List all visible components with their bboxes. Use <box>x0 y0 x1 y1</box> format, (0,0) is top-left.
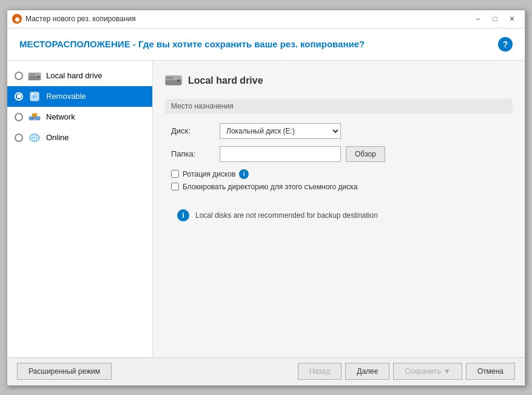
rotation-info-icon[interactable]: i <box>239 169 249 179</box>
save-button[interactable]: Сохранить ▼ <box>393 363 462 380</box>
sidebar-label-network: Network <box>46 112 75 121</box>
svg-rect-8 <box>32 113 37 116</box>
folder-row: Папка: Обзор <box>165 146 513 162</box>
block-dir-row: Блокировать директорию для этого съемног… <box>171 183 507 191</box>
folder-control: Обзор <box>220 146 507 162</box>
sidebar-label-removable: Removable <box>46 92 86 101</box>
radio-network <box>15 113 23 121</box>
svg-point-17 <box>177 79 180 82</box>
minimize-button[interactable]: – <box>470 13 486 25</box>
footer-right: Назад Далее Сохранить ▼ Отмена <box>298 363 515 380</box>
sidebar-item-network[interactable]: Network <box>7 107 152 127</box>
info-icon: i <box>177 209 189 221</box>
hdd-icon <box>28 70 41 81</box>
info-text: Local disks are not recommended for back… <box>195 211 378 220</box>
maximize-button[interactable]: □ <box>487 13 503 25</box>
rotation-label[interactable]: Ротация дисков <box>183 170 235 178</box>
sidebar-item-local[interactable]: Local hard drive <box>7 66 152 86</box>
folder-input[interactable] <box>220 146 341 162</box>
disk-dropdown[interactable]: Локальный диск (E:) <box>220 123 341 139</box>
info-message: i Local disks are not recommended for ba… <box>171 203 507 228</box>
sidebar-label-online: Online <box>46 133 69 142</box>
window-controls: – □ ✕ <box>470 13 520 25</box>
svg-rect-3 <box>30 74 35 75</box>
back-button[interactable]: Назад <box>298 363 342 380</box>
app-icon: ◉ <box>12 14 22 24</box>
sidebar-item-removable[interactable]: Removable <box>7 86 152 107</box>
cancel-button[interactable]: Отмена <box>466 363 515 380</box>
save-dropdown-arrow: ▼ <box>443 367 451 376</box>
browse-button[interactable]: Обзор <box>346 146 385 162</box>
rotation-row: Ротация дисков i <box>171 169 507 179</box>
svg-rect-7 <box>35 116 40 120</box>
next-button[interactable]: Далее <box>345 363 389 380</box>
section-destination: Место назначения <box>165 99 513 113</box>
block-dir-checkbox[interactable] <box>171 183 179 191</box>
content-area: Local hard drive Removable <box>7 61 525 357</box>
removable-icon <box>28 91 41 102</box>
network-icon <box>28 112 41 123</box>
main-window: ◉ Мастер нового рез. копирования – □ ✕ М… <box>7 10 525 386</box>
radio-local <box>15 72 23 80</box>
disk-row: Диск: Локальный диск (E:) <box>165 123 513 139</box>
sidebar-label-local: Local hard drive <box>46 71 103 80</box>
panel-title: Local hard drive <box>188 75 263 86</box>
window-title: Мастер нового рез. копирования <box>25 15 470 23</box>
dialog-header: МЕСТОРАСПОЛОЖЕНИЕ - Где вы хотите сохран… <box>7 29 525 61</box>
svg-point-2 <box>38 76 39 78</box>
main-panel: Local hard drive Место назначения Диск: … <box>153 61 525 357</box>
sidebar: Local hard drive Removable <box>7 61 153 357</box>
header-title: МЕСТОРАСПОЛОЖЕНИЕ - Где вы хотите сохран… <box>19 39 365 49</box>
online-icon <box>28 132 41 143</box>
radio-removable <box>15 92 23 101</box>
close-button[interactable]: ✕ <box>504 13 520 25</box>
title-bar: ◉ Мастер нового рез. копирования – □ ✕ <box>7 10 525 29</box>
disk-label: Диск: <box>171 126 220 135</box>
svg-rect-18 <box>167 77 173 78</box>
footer: Расширенный режим Назад Далее Сохранить … <box>7 357 525 385</box>
radio-online <box>15 133 23 142</box>
panel-header: Local hard drive <box>165 73 513 89</box>
rotation-checkbox[interactable] <box>171 170 179 178</box>
panel-icon <box>165 73 182 89</box>
advanced-mode-button[interactable]: Расширенный режим <box>17 363 112 380</box>
block-dir-label[interactable]: Блокировать директорию для этого съемног… <box>183 183 357 191</box>
footer-left: Расширенный режим <box>17 363 298 380</box>
help-button[interactable]: ? <box>498 37 513 52</box>
folder-label: Папка: <box>171 149 220 158</box>
sidebar-item-online[interactable]: Online <box>7 127 152 148</box>
disk-control: Локальный диск (E:) <box>220 123 507 139</box>
